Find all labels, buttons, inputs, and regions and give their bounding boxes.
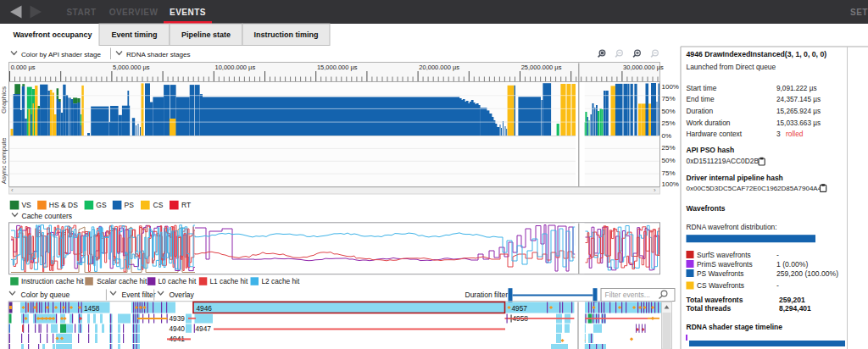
svg-text:Overlay: Overlay <box>170 291 195 299</box>
svg-text:0.000 µs: 0.000 µs <box>11 64 36 71</box>
svg-text:PS: PS <box>125 201 135 209</box>
svg-text:Work duration: Work duration <box>687 119 731 127</box>
svg-text:Duration: Duration <box>687 107 714 115</box>
svg-text:25,000.000 µs: 25,000.000 µs <box>521 64 562 71</box>
svg-text:9,091.222 µs: 9,091.222 µs <box>776 85 817 92</box>
svg-text:GS: GS <box>96 201 107 209</box>
svg-text:0%: 0% <box>662 132 672 140</box>
svg-text:SETTIN: SETTIN <box>850 8 868 17</box>
svg-text:rolled: rolled <box>786 130 804 138</box>
svg-text:Driver internal pipeline hash: Driver internal pipeline hash <box>687 174 783 182</box>
svg-text:End time: End time <box>687 95 715 103</box>
svg-text:25%: 25% <box>662 144 676 152</box>
svg-text:RDNA wavefront distribution:: RDNA wavefront distribution: <box>687 223 777 231</box>
svg-text:SurfS wavefronts: SurfS wavefronts <box>697 251 751 259</box>
svg-text:3: 3 <box>776 130 781 138</box>
svg-text:25%: 25% <box>662 119 676 127</box>
svg-text:8,294,401: 8,294,401 <box>779 304 811 313</box>
svg-text:START: START <box>66 8 96 17</box>
svg-text:PrimS wavefronts: PrimS wavefronts <box>697 260 753 269</box>
svg-text:RDNA shader stage timeline: RDNA shader stage timeline <box>687 323 783 331</box>
svg-text:4939: 4939 <box>170 314 186 323</box>
svg-text:Instruction cache hit: Instruction cache hit <box>21 277 84 285</box>
svg-text:15,265.924 µs: 15,265.924 µs <box>776 108 821 115</box>
svg-text:Instruction timing: Instruction timing <box>254 30 319 39</box>
svg-text:CS: CS <box>153 201 164 209</box>
svg-text:-: - <box>776 251 779 259</box>
svg-text:259,200 (100.00%): 259,200 (100.00%) <box>776 269 838 278</box>
svg-text:Pipeline state: Pipeline state <box>181 30 231 39</box>
svg-text:0xD1511219ACC0D2B8: 0xD1511219ACC0D2B8 <box>687 157 764 165</box>
svg-text:RT: RT <box>181 201 191 209</box>
svg-text:Color by API shader stage: Color by API shader stage <box>21 51 102 58</box>
svg-text:Launched from Direct queue: Launched from Direct queue <box>687 63 776 71</box>
svg-text:4940: 4940 <box>170 324 186 333</box>
svg-text:Wavefronts: Wavefronts <box>687 204 726 213</box>
svg-text:Scalar cache hit: Scalar cache hit <box>97 277 147 285</box>
svg-text:Event filter: Event filter <box>122 291 156 299</box>
svg-text:75%: 75% <box>662 95 676 102</box>
svg-text:Cache counters: Cache counters <box>22 212 73 220</box>
svg-text:1458: 1458 <box>84 304 100 313</box>
svg-text:259,201: 259,201 <box>779 296 805 304</box>
svg-text:75%: 75% <box>662 169 676 177</box>
svg-text:4941: 4941 <box>170 335 186 343</box>
svg-text:‹: ‹ <box>11 186 14 194</box>
svg-text:›: › <box>654 186 656 194</box>
svg-text:Hardware context: Hardware context <box>687 130 743 138</box>
svg-text:Async compute: Async compute <box>0 137 8 184</box>
svg-text:5,000.000 µs: 5,000.000 µs <box>113 64 150 71</box>
svg-text:Filter events...: Filter events... <box>605 291 650 299</box>
svg-text:4957: 4957 <box>512 304 528 313</box>
svg-text:Wavefront occupancy: Wavefront occupancy <box>13 30 92 39</box>
svg-text:20,000.000 µs: 20,000.000 µs <box>419 64 459 71</box>
svg-text:API PSO hash: API PSO hash <box>687 146 735 154</box>
svg-text:10,000.000 µs: 10,000.000 µs <box>215 64 256 71</box>
svg-text:HS & DS: HS & DS <box>49 201 78 209</box>
svg-text:Total wavefronts: Total wavefronts <box>687 296 743 304</box>
svg-text:RDNA shader stages: RDNA shader stages <box>126 51 191 58</box>
svg-text:4947: 4947 <box>196 324 212 333</box>
svg-text:30,000.000 µs: 30,000.000 µs <box>623 64 664 71</box>
svg-text:Graphics: Graphics <box>0 86 8 114</box>
svg-text:4946: 4946 <box>197 304 213 313</box>
svg-text:100%: 100% <box>662 180 679 188</box>
svg-text:24,357.145 µs: 24,357.145 µs <box>776 96 821 103</box>
svg-text:50%: 50% <box>662 157 676 164</box>
svg-text:L2 cache hit: L2 cache hit <box>262 277 300 285</box>
svg-text:4946 DrawIndexedInstanced(3, 1: 4946 DrawIndexedInstanced(3, 1, 0, 0, 0) <box>687 50 827 58</box>
svg-text:VS: VS <box>21 201 31 209</box>
svg-text:CS Wavefronts: CS Wavefronts <box>697 281 744 290</box>
svg-text:-: - <box>776 281 779 290</box>
svg-text:Duration filter: Duration filter <box>465 291 509 299</box>
svg-text:Total threads: Total threads <box>687 304 732 313</box>
svg-text:Event timing: Event timing <box>111 30 157 39</box>
svg-text:Color by queue: Color by queue <box>21 291 70 299</box>
svg-text:15,000.000 µs: 15,000.000 µs <box>317 64 358 71</box>
svg-text:Start time: Start time <box>687 84 717 92</box>
svg-text:50%: 50% <box>662 108 676 115</box>
svg-text:EVENTS: EVENTS <box>170 8 206 17</box>
svg-text:1 (0.00%): 1 (0.00%) <box>776 260 808 269</box>
svg-text:100%: 100% <box>662 83 679 91</box>
svg-text:15,033.663 µs: 15,033.663 µs <box>776 119 821 127</box>
svg-text:L1 cache hit: L1 cache hit <box>210 277 248 285</box>
svg-text:PS Wavefronts: PS Wavefronts <box>697 269 744 278</box>
svg-text:0x00C5D3DC5CAF72E0C1962D85A790: 0x00C5D3DC5CAF72E0C1962D85A7904A4D <box>687 185 827 192</box>
svg-text:L0 cache hit: L0 cache hit <box>159 277 197 285</box>
svg-text:OVERVIEW: OVERVIEW <box>109 8 159 17</box>
